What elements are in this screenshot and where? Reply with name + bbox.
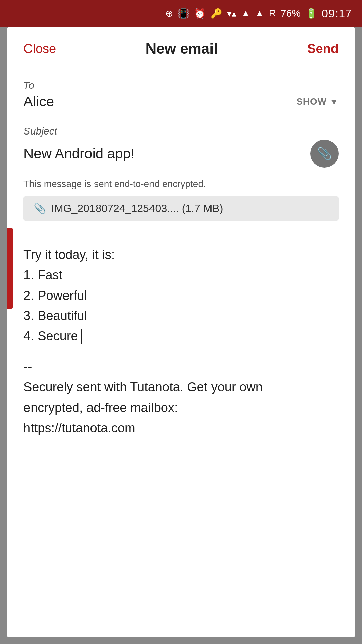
wifi-icon: ▾▴ bbox=[227, 8, 236, 19]
body-text[interactable]: Try it today, it is: 1. Fast 2. Powerful… bbox=[23, 245, 339, 346]
attachment-paperclip-icon: 📎 bbox=[34, 203, 46, 214]
to-field-row: Alice SHOW ▼ bbox=[23, 94, 339, 115]
to-section: To Alice SHOW ▼ bbox=[7, 69, 355, 115]
close-button[interactable]: Close bbox=[23, 42, 56, 56]
key-icon: 🔑 bbox=[210, 8, 222, 19]
attach-file-button[interactable]: 📎 bbox=[310, 140, 339, 168]
encryption-notice: This message is sent end-to-end encrypte… bbox=[7, 173, 355, 190]
status-bar: ⊕ 📳 ⏰ 🔑 ▾▴ ▲ ▲ R 76% 🔋 09:17 bbox=[0, 0, 362, 27]
show-cc-button[interactable]: SHOW ▼ bbox=[296, 96, 339, 107]
status-icons: ⊕ 📳 ⏰ 🔑 ▾▴ ▲ ▲ R 76% 🔋 09:17 bbox=[165, 7, 352, 20]
notification-plus-icon: ⊕ bbox=[165, 8, 173, 19]
attachment-item[interactable]: 📎 IMG_20180724_125403.... (1.7 MB) bbox=[23, 196, 339, 221]
alarm-icon: ⏰ bbox=[194, 8, 206, 19]
battery-percentage: 76% bbox=[281, 8, 301, 19]
signal-full-icon: ▲ bbox=[241, 8, 250, 19]
attachment-filename: IMG_20180724_125403.... (1.7 MB) bbox=[51, 202, 223, 215]
page-title: New email bbox=[146, 40, 218, 57]
signature-divider: -- bbox=[23, 360, 339, 374]
subject-input[interactable]: New Android app! bbox=[23, 146, 135, 162]
vibrate-icon: 📳 bbox=[178, 8, 189, 19]
subject-field-row: New Android app! 📎 bbox=[23, 140, 339, 173]
subject-label: Subject bbox=[23, 125, 339, 137]
subject-section: Subject New Android app! 📎 bbox=[7, 115, 355, 173]
to-label: To bbox=[23, 79, 339, 91]
battery-icon: 🔋 bbox=[305, 8, 317, 19]
to-recipient[interactable]: Alice bbox=[23, 94, 54, 110]
send-button[interactable]: Send bbox=[307, 42, 339, 56]
email-signature: Securely sent with Tutanota. Get your ow… bbox=[23, 377, 339, 438]
chevron-down-icon: ▼ bbox=[329, 97, 339, 107]
paperclip-icon: 📎 bbox=[317, 147, 332, 161]
r-label: R bbox=[269, 8, 276, 19]
email-header: Close New email Send bbox=[7, 27, 355, 69]
email-compose-card: Close New email Send To Alice SHOW ▼ Sub… bbox=[7, 27, 355, 637]
status-time: 09:17 bbox=[322, 7, 352, 20]
red-accent bbox=[7, 228, 13, 309]
email-body-area[interactable]: Try it today, it is: 1. Fast 2. Powerful… bbox=[7, 231, 355, 637]
show-label: SHOW bbox=[296, 96, 327, 107]
signal-roaming-icon: ▲ bbox=[255, 8, 264, 19]
